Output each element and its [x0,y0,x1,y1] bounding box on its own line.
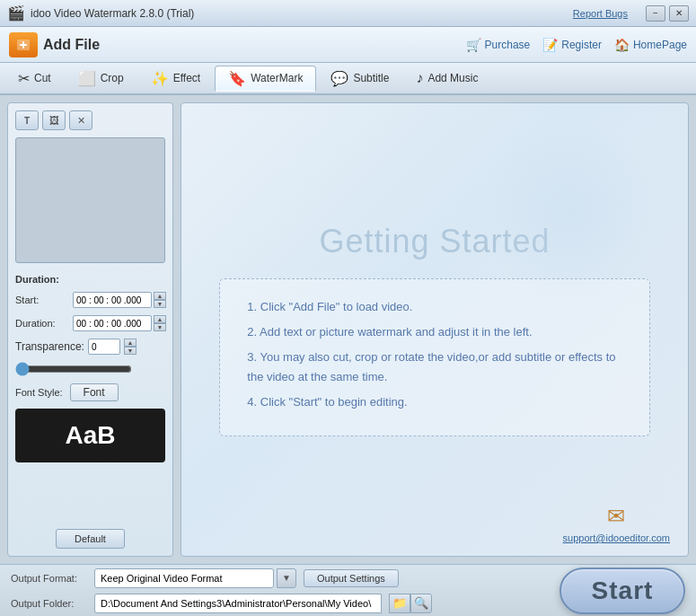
toolbar-right: 🛒 Purchase 📝 Register 🏠 HomePage [466,38,687,52]
step-1: 1. Click "Add File" to load video. [247,297,621,317]
duration-row: Duration: ▲ ▼ [15,315,165,331]
duration-time-field[interactable] [73,315,152,331]
purchase-label: Purchase [485,39,531,51]
step-3: 3. You may also cut, crop or rotate the … [247,348,621,387]
font-style-row: Font Style: Font [15,383,165,401]
output-settings-button[interactable]: Output Settings [304,569,399,587]
transparence-slider[interactable] [15,362,132,376]
tab-subtitle[interactable]: 💬 Subtitle [318,66,401,91]
start-spin-buttons: ▲ ▼ [154,292,166,308]
tab-effect[interactable]: ✨ Effect [138,66,213,91]
step-4: 4. Click "Start" to begin editing. [247,392,621,412]
home-icon: 🏠 [614,38,630,52]
main-area: T 🖼 ✕ Duration: Start: ▲ ▼ Duration: ▲ [0,95,696,564]
getting-started-title: Getting Started [319,223,550,260]
crop-icon: ⬜ [78,70,96,87]
start-time-field[interactable] [73,292,152,308]
default-button[interactable]: Default [56,529,125,549]
output-folder-label: Output Folder: [11,598,87,609]
panel-toolbar: T 🖼 ✕ [15,110,165,130]
duration-increment-button[interactable]: ▲ [154,315,166,323]
watermark-icon: 🔖 [228,70,246,87]
start-label: Start: [15,295,69,305]
title-bar-controls: − ✕ [646,5,689,22]
browse-folder-button[interactable]: 📁 [389,594,410,613]
register-icon: 📝 [542,38,558,52]
tab-watermark-label: WaterMark [251,72,303,84]
folder-row: Output Folder: 📁 🔍 [11,594,551,613]
text-watermark-button[interactable]: T [15,110,39,130]
bottom-left: Output Format: ▼ Output Settings Output … [11,568,551,613]
transparence-input[interactable] [88,339,120,355]
tab-watermark[interactable]: 🔖 WaterMark [215,66,316,92]
watermark-preview-box [15,137,165,263]
tab-add-music[interactable]: ♪ Add Music [403,66,490,90]
tab-crop-label: Crop [101,72,124,84]
font-preview-text: AaB [65,421,115,450]
steps-container: 1. Click "Add File" to load video. 2. Ad… [219,278,649,436]
cut-icon: ✂ [18,70,30,87]
add-file-button[interactable]: Add File [9,32,100,57]
close-button[interactable]: ✕ [669,5,689,22]
start-time-input: ▲ ▼ [73,292,166,308]
output-format-input[interactable] [94,568,274,588]
effect-icon: ✨ [151,70,169,87]
step-2: 2. Add text or picture watermark and adj… [247,322,621,342]
output-folder-input[interactable] [94,594,382,613]
start-increment-button[interactable]: ▲ [154,292,166,300]
right-panel: Getting Started 1. Click "Add File" to l… [181,102,689,557]
bottom-bar: Output Format: ▼ Output Settings Output … [0,564,696,616]
tab-crop[interactable]: ⬜ Crop [66,66,137,91]
search-folder-button[interactable]: 🔍 [410,594,432,613]
start-button[interactable]: Start [559,568,685,614]
toolbar: Add File 🛒 Purchase 📝 Register 🏠 HomePag… [0,27,696,63]
support-email-link[interactable]: support@idooeditor.com [563,532,670,543]
tab-cut[interactable]: ✂ Cut [5,66,64,91]
tab-subtitle-label: Subtitle [353,72,389,84]
output-format-label: Output Format: [11,573,87,584]
register-label: Register [561,39,602,51]
music-icon: ♪ [416,70,423,86]
format-row: Output Format: ▼ Output Settings [11,568,551,588]
font-style-label: Font Style: [15,387,63,398]
tab-cut-label: Cut [34,72,51,84]
duration-decrement-button[interactable]: ▼ [154,323,166,331]
trans-increment-button[interactable]: ▲ [124,339,137,347]
duration-section-label: Duration: [15,274,165,285]
subtitle-icon: 💬 [330,70,348,87]
homepage-label: HomePage [633,39,687,51]
minimize-button[interactable]: − [646,5,665,22]
start-decrement-button[interactable]: ▼ [154,300,166,308]
left-panel: T 🖼 ✕ Duration: Start: ▲ ▼ Duration: ▲ [7,102,173,557]
start-row: Start: ▲ ▼ [15,292,165,308]
format-dropdown-arrow[interactable]: ▼ [277,568,296,588]
title-bar-left: 🎬 idoo Video Watermark 2.8.0 (Trial) [7,4,194,22]
tab-effect-label: Effect [173,72,200,84]
register-link[interactable]: 📝 Register [542,38,602,52]
add-file-label: Add File [43,37,100,53]
app-logo-icon: 🎬 [7,4,25,22]
app-title: idoo Video Watermark 2.8.0 (Trial) [31,7,194,20]
purchase-icon: 🛒 [466,38,481,52]
font-button[interactable]: Font [70,383,119,401]
email-icon: ✉ [607,504,625,529]
add-file-icon [9,32,38,57]
transparence-label: Transparence: [15,340,84,353]
font-preview-box: AaB [15,409,165,462]
homepage-link[interactable]: 🏠 HomePage [614,38,687,52]
support-area: ✉ support@idooeditor.com [563,504,670,543]
title-bar: 🎬 idoo Video Watermark 2.8.0 (Trial) Rep… [0,0,696,27]
tab-add-music-label: Add Music [427,72,478,84]
transparence-row: Transparence: ▲ ▼ [15,339,165,355]
remove-watermark-button[interactable]: ✕ [69,110,93,130]
report-bugs-link[interactable]: Report Bugs [573,8,628,19]
trans-spin-buttons: ▲ ▼ [124,339,137,355]
purchase-link[interactable]: 🛒 Purchase [466,38,531,52]
tab-bar: ✂ Cut ⬜ Crop ✨ Effect 🔖 WaterMark 💬 Subt… [0,63,696,95]
trans-decrement-button[interactable]: ▼ [124,347,137,355]
duration-field-label: Duration: [15,318,69,329]
duration-spin-buttons: ▲ ▼ [154,315,166,331]
duration-time-input: ▲ ▼ [73,315,166,331]
folder-icon-buttons: 📁 🔍 [389,594,432,613]
image-watermark-button[interactable]: 🖼 [42,110,66,130]
